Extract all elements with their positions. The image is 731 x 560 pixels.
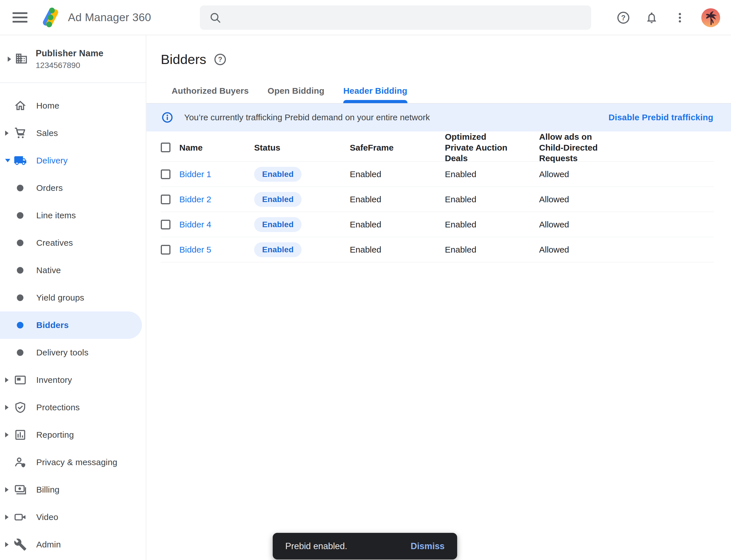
sidebar-item-label: Billing [36, 485, 59, 495]
ad-manager-logo-icon [39, 6, 62, 29]
search-icon [209, 11, 222, 24]
select-all-checkbox[interactable] [161, 143, 171, 152]
status-badge: Enabled [254, 242, 302, 257]
sidebar-item-sales[interactable]: Sales [0, 119, 142, 147]
bidder-link[interactable]: Bidder 1 [179, 169, 211, 179]
child-directed-value: Allowed [539, 245, 714, 255]
home-icon [13, 99, 27, 113]
optimized-deals-value: Enabled [445, 245, 539, 255]
bullet-icon [17, 267, 23, 274]
snackbar-toast: Prebid enabled. Dismiss [273, 533, 457, 559]
expand-right-icon [5, 405, 9, 410]
sidebar-item-bidders[interactable]: Bidders [0, 311, 142, 339]
sidebar-item-label: Orders [36, 183, 63, 193]
sidebar-item-home[interactable]: Home [0, 92, 142, 119]
bullet-icon [17, 295, 23, 301]
sidebar-item-label: Home [36, 101, 59, 111]
menu-icon[interactable] [13, 12, 27, 23]
bidders-table: Name Status SafeFrame Optimized Private … [147, 131, 731, 262]
disable-prebid-trafficking-link[interactable]: Disable Prebid trafficking [608, 113, 713, 122]
sidebar-item-label: Delivery tools [36, 348, 89, 357]
search-bar[interactable] [200, 5, 591, 30]
sidebar-item-native[interactable]: Native [0, 257, 142, 284]
banner-message: You’re currently trafficking Prebid dema… [184, 113, 430, 122]
videocam-icon [13, 510, 27, 524]
sidebar-item-label: Bidders [36, 320, 69, 330]
column-header-safeframe: SafeFrame [350, 142, 445, 153]
sidebar-item-protections[interactable]: Protections [0, 394, 142, 421]
bidder-link[interactable]: Bidder 5 [179, 245, 211, 254]
sidebar-item-creatives[interactable]: Creatives [0, 229, 142, 257]
page-help-icon[interactable]: ? [214, 53, 227, 66]
sidebar-item-delivery-tools[interactable]: Delivery tools [0, 339, 142, 366]
sidebar-item-privacy-messaging[interactable]: Privacy & messaging [0, 449, 142, 476]
dismiss-button[interactable]: Dismiss [410, 541, 444, 551]
expand-right-icon [5, 131, 9, 136]
optimized-deals-value: Enabled [445, 220, 539, 229]
svg-text:?: ? [621, 13, 625, 21]
sidebar-item-orders[interactable]: Orders [0, 174, 142, 202]
bidder-link[interactable]: Bidder 4 [179, 220, 211, 229]
tab-authorized-buyers[interactable]: Authorized Buyers [172, 86, 249, 103]
publisher-selector[interactable]: Publisher Name 1234567890 [0, 35, 146, 83]
bar-chart-icon [13, 428, 27, 442]
payments-icon [13, 483, 27, 497]
expand-right-icon [8, 57, 11, 62]
bullet-icon [17, 240, 23, 246]
expand-right-icon [5, 432, 9, 437]
truck-icon [13, 154, 27, 167]
column-header-optimized-private-auction-deals: Optimized Private Auction Deals [445, 131, 539, 164]
notifications-icon[interactable] [645, 11, 658, 25]
sidebar-item-line-items[interactable]: Line items [0, 202, 142, 229]
table-row: Bidder 4 Enabled Enabled Enabled Allowed [161, 212, 714, 237]
child-directed-value: Allowed [539, 195, 714, 204]
column-header-status: Status [254, 142, 350, 153]
sidebar-item-video[interactable]: Video [0, 503, 142, 531]
tab-open-bidding[interactable]: Open Bidding [268, 86, 325, 103]
safeframe-value: Enabled [350, 169, 445, 179]
tab-header-bidding[interactable]: Header Bidding [343, 86, 407, 103]
sidebar-item-label: Creatives [36, 238, 73, 248]
sidebar-item-reporting[interactable]: Reporting [0, 421, 142, 449]
optimized-deals-value: Enabled [445, 169, 539, 179]
expand-right-icon [5, 542, 9, 547]
sidebar-item-delivery[interactable]: Delivery [0, 147, 142, 174]
person-shield-icon [13, 455, 27, 469]
safeframe-value: Enabled [350, 220, 445, 229]
publisher-name: Publisher Name [36, 48, 103, 59]
sidebar-item-yield-groups[interactable]: Yield groups [0, 284, 142, 311]
info-icon [161, 111, 173, 123]
bidder-link[interactable]: Bidder 2 [179, 195, 211, 204]
table-row: Bidder 5 Enabled Enabled Enabled Allowed [161, 237, 714, 262]
more-vert-icon[interactable] [673, 11, 687, 25]
sidebar-item-label: Video [36, 512, 58, 522]
bullet-icon [17, 185, 23, 191]
cart-icon [13, 126, 27, 140]
sidebar-item-label: Privacy & messaging [36, 457, 117, 467]
top-app-bar: Ad Manager 360 ? [0, 0, 731, 35]
row-checkbox[interactable] [161, 169, 171, 179]
sidebar-item-inventory[interactable]: Inventory [0, 366, 142, 394]
row-checkbox[interactable] [161, 195, 171, 204]
inventory-icon [13, 373, 27, 387]
sidebar-item-label: Line items [36, 211, 76, 220]
account-avatar[interactable] [701, 8, 720, 27]
sidebar-item-label: Admin [36, 540, 61, 549]
sidebar-item-admin[interactable]: Admin [0, 531, 142, 558]
row-checkbox[interactable] [161, 245, 171, 255]
search-input[interactable] [230, 9, 583, 26]
expand-right-icon [5, 515, 9, 520]
expand-right-icon [5, 487, 9, 492]
app-title: Ad Manager 360 [68, 11, 151, 24]
expand-right-icon [5, 377, 9, 383]
help-icon[interactable]: ? [616, 11, 630, 25]
row-checkbox[interactable] [161, 220, 171, 229]
main-content: Bidders ? Authorized Buyers Open Bidding… [147, 35, 731, 560]
child-directed-value: Allowed [539, 220, 714, 229]
table-row: Bidder 2 Enabled Enabled Enabled Allowed [161, 187, 714, 212]
status-badge: Enabled [254, 167, 302, 182]
safeframe-value: Enabled [350, 245, 445, 255]
building-icon [15, 52, 28, 66]
sidebar-item-billing[interactable]: Billing [0, 476, 142, 503]
sidebar-item-label: Delivery [36, 156, 68, 165]
